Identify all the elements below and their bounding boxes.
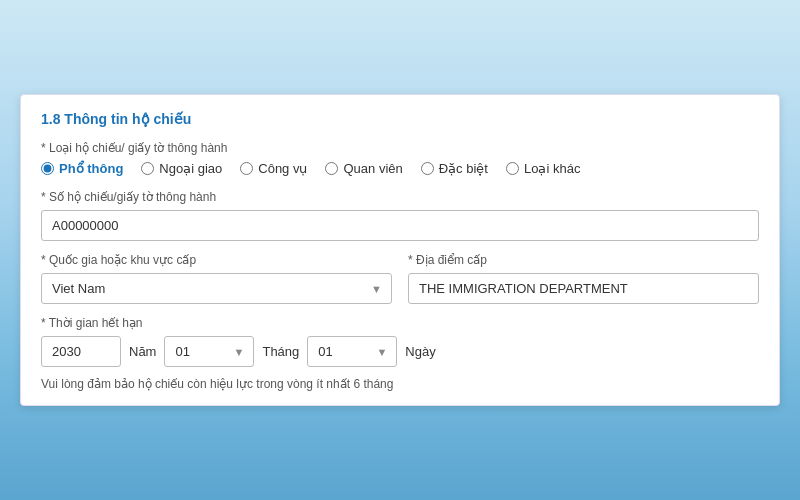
passport-type-radio-group: Phổ thông Ngoại giao Công vụ Quan viên Đ… [41,161,759,176]
passport-type-label: * Loại hộ chiếu/ giấy tờ thông hành [41,141,759,155]
issue-place-label: * Địa điểm cấp [408,253,759,267]
radio-cong-vu[interactable]: Công vụ [240,161,307,176]
expiry-label: * Thời gian hết hạn [41,316,759,330]
expiry-month-select[interactable]: 01 02 03 04 05 06 07 08 09 10 11 12 [164,336,254,367]
country-issue-row: * Quốc gia hoặc khu vực cấp Viet Nam ▼ *… [41,253,759,304]
section-title: 1.8 Thông tin hộ chiếu [41,111,759,127]
country-col: * Quốc gia hoặc khu vực cấp Viet Nam ▼ [41,253,392,304]
year-label: Năm [129,344,156,359]
country-select[interactable]: Viet Nam [41,273,392,304]
day-label: Ngày [405,344,435,359]
expiry-date-row: Năm 01 02 03 04 05 06 07 08 09 10 11 12 … [41,336,759,367]
country-label: * Quốc gia hoặc khu vực cấp [41,253,392,267]
expiry-day-select[interactable]: 01 02 03 04 05 [307,336,397,367]
day-select-wrapper: 01 02 03 04 05 ▼ [307,336,397,367]
radio-quan-vien[interactable]: Quan viên [325,161,402,176]
expiry-year-input[interactable] [41,336,121,367]
issue-place-col: * Địa điểm cấp [408,253,759,304]
radio-dac-biet[interactable]: Đặc biệt [421,161,488,176]
radio-loai-khac[interactable]: Loại khác [506,161,580,176]
passport-number-input[interactable] [41,210,759,241]
month-label: Tháng [262,344,299,359]
radio-ngoai-giao[interactable]: Ngoại giao [141,161,222,176]
passport-notice: Vui lòng đảm bảo hộ chiếu còn hiệu lực t… [41,377,759,391]
issue-place-input[interactable] [408,273,759,304]
passport-info-card: 1.8 Thông tin hộ chiếu * Loại hộ chiếu/ … [20,94,780,406]
country-select-wrapper: Viet Nam ▼ [41,273,392,304]
radio-pho-thong[interactable]: Phổ thông [41,161,123,176]
passport-number-label: * Số hộ chiếu/giấy tờ thông hành [41,190,759,204]
month-select-wrapper: 01 02 03 04 05 06 07 08 09 10 11 12 ▼ [164,336,254,367]
